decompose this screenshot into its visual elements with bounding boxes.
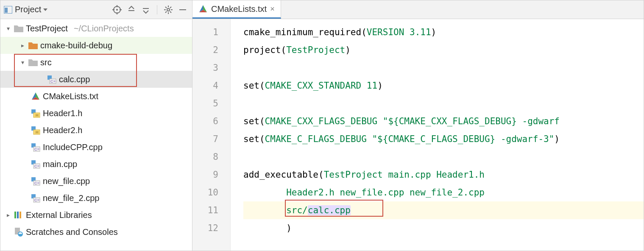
folder-icon (14, 24, 23, 33)
code-line: set(CMAKE_C_FLAGS_DEBUG "${CMAKE_C_FLAGS… (243, 130, 644, 148)
tree-item-calc-cpp[interactable]: C++ calc.cpp (0, 71, 192, 88)
cpp-file-icon: C++ (31, 193, 40, 203)
separator (157, 5, 157, 14)
tree-path-hint: ~/CLionProjects (74, 24, 134, 33)
svg-point-3 (116, 9, 118, 11)
tree-item-main[interactable]: C++ main.cpp (0, 156, 192, 173)
tree-item-header2[interactable]: H Header2.h (0, 122, 192, 139)
code-line: Header2.h new_file.cpp new_file_2.cpp (243, 184, 644, 201)
h-file-icon: H (31, 126, 40, 135)
folder-icon (28, 41, 38, 50)
line-number: 12 (192, 219, 218, 237)
project-toolbar: Project (0, 0, 192, 19)
svg-rect-45 (14, 212, 16, 218)
cpp-file-icon: C++ (47, 75, 56, 84)
line-number: 6 (192, 112, 218, 130)
editor-pane: CMakeLists.txt × 1 2 3 4 5 6 7 8 9 10 11… (192, 0, 644, 251)
tree-item-label: new_file_2.cpp (43, 193, 99, 203)
tree-item-external-libraries[interactable]: ▸ External Libraries (0, 206, 192, 223)
svg-rect-47 (20, 212, 21, 218)
svg-rect-46 (17, 212, 19, 218)
cmake-file-icon (31, 92, 40, 101)
tree-item-cmakelists[interactable]: CMakeLists.txt (0, 88, 192, 105)
svg-line-18 (165, 11, 167, 13)
tab-bar: CMakeLists.txt × (192, 0, 644, 19)
tree-item-label: Scratches and Consoles (26, 227, 118, 237)
code-line: add_executable(TestProject main.cpp Head… (243, 166, 644, 184)
line-number: 8 (192, 148, 218, 166)
folder-icon (28, 58, 38, 67)
scratches-icon (14, 227, 23, 237)
tree-item-newfile[interactable]: C++ new_file.cpp (0, 173, 192, 190)
svg-rect-1 (5, 8, 8, 13)
tree-item-newfile2[interactable]: C++ new_file_2.cpp (0, 190, 192, 206)
chevron-down-icon[interactable]: ▾ (19, 59, 26, 66)
h-file-icon: H (31, 109, 40, 118)
expand-all-button[interactable] (125, 4, 137, 16)
chevron-down-icon (43, 8, 48, 12)
svg-rect-19 (179, 9, 186, 10)
svg-point-10 (167, 8, 170, 11)
tree-item-includecpp[interactable]: C++ IncludeCPP.cpp (0, 139, 192, 156)
line-number: 3 (192, 59, 218, 77)
chevron-down-icon[interactable]: ▾ (5, 25, 11, 32)
cpp-file-icon: C++ (31, 142, 40, 152)
tree-item-cmake-build-debug[interactable]: ▸ cmake-build-debug (0, 37, 192, 54)
code-line: set(CMAKE_CXX_STANDARD 11) (243, 77, 644, 95)
line-number: 10 (192, 184, 218, 201)
chevron-right-icon[interactable]: ▸ (5, 212, 11, 218)
hide-button[interactable] (177, 4, 189, 16)
tree-root[interactable]: ▾ TestProject ~/CLionProjects (0, 20, 192, 37)
locate-button[interactable] (111, 4, 123, 16)
tree-item-scratches[interactable]: ▸ Scratches and Consoles (0, 223, 192, 240)
cmake-file-icon (198, 4, 208, 14)
cpp-file-icon: C++ (31, 159, 40, 169)
svg-text:H: H (36, 130, 39, 134)
tree-item-label: calc.cpp (59, 75, 90, 84)
code-line: cmake_minimum_required(VERSION 3.11) (243, 23, 644, 41)
project-view-selector[interactable]: Project (15, 5, 48, 14)
line-number: 2 (192, 41, 218, 59)
line-number: 11 (192, 201, 218, 219)
tree-item-label: main.cpp (43, 159, 77, 169)
editor[interactable]: 1 2 3 4 5 6 7 8 9 10 11 12 cmake_minimum… (192, 19, 644, 251)
line-number: 1 (192, 23, 218, 41)
chevron-right-icon[interactable]: ▸ (19, 42, 26, 49)
svg-line-17 (170, 7, 171, 8)
library-icon (14, 210, 23, 220)
svg-text:C++: C++ (34, 164, 40, 168)
code-line: set(CMAKE_CXX_FLAGS_DEBUG "${CMAKE_CXX_F… (243, 112, 644, 130)
code-area[interactable]: cmake_minimum_required(VERSION 3.11) pro… (231, 19, 644, 251)
svg-line-15 (165, 7, 167, 8)
tree-item-label: cmake-build-debug (40, 41, 112, 50)
settings-button[interactable] (162, 4, 174, 16)
close-icon[interactable]: × (270, 5, 275, 14)
tree-item-label: src (40, 58, 52, 67)
tab-label: CMakeLists.txt (211, 4, 267, 14)
code-line (243, 59, 644, 77)
project-tree[interactable]: ▾ TestProject ~/CLionProjects ▸ cmake-bu… (0, 19, 192, 251)
svg-text:C++: C++ (50, 79, 56, 84)
tree-item-label: new_file.cpp (43, 176, 90, 186)
tree-item-header1[interactable]: H Header1.h (0, 105, 192, 122)
cpp-file-icon: C++ (31, 176, 40, 186)
tree-item-label: CMakeLists.txt (43, 92, 98, 101)
svg-text:C++: C++ (34, 147, 40, 151)
tree-item-label: Header2.h (43, 126, 82, 135)
code-line: src/calc.cpp (243, 201, 644, 219)
code-line: ) (243, 219, 644, 237)
svg-text:C++: C++ (34, 181, 40, 185)
tree-item-label: External Libraries (26, 210, 92, 220)
tree-item-label: TestProject (26, 24, 68, 33)
code-line (243, 148, 644, 166)
line-number: 5 (192, 95, 218, 112)
svg-line-16 (170, 11, 171, 13)
line-number: 7 (192, 130, 218, 148)
line-number: 9 (192, 166, 218, 184)
code-line (243, 95, 644, 112)
collapse-all-button[interactable] (140, 4, 152, 16)
tab-cmakelists[interactable]: CMakeLists.txt × (192, 0, 281, 19)
tree-item-src[interactable]: ▾ src (0, 54, 192, 71)
code-line: project(TestProject) (243, 41, 644, 59)
project-pane: Project (0, 0, 192, 251)
